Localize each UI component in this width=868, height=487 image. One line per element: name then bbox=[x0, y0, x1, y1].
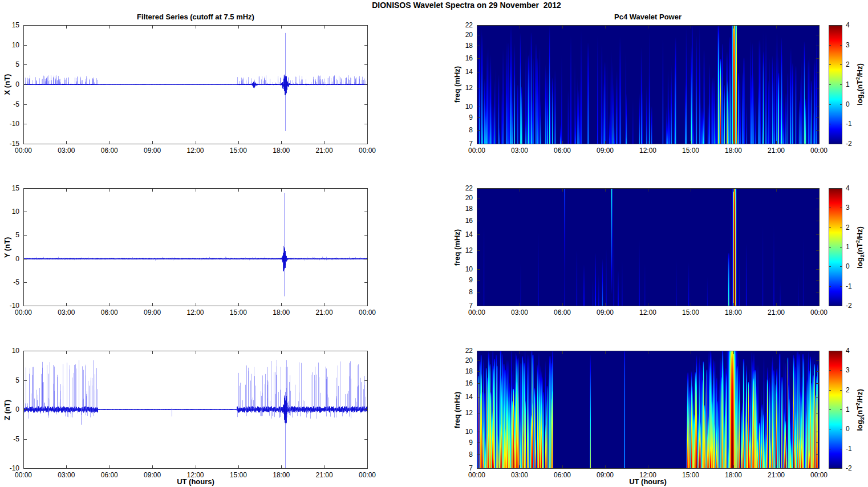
colorbar-tick-label: -2 bbox=[846, 140, 852, 148]
y-tick-label-panel5: 20 bbox=[465, 356, 473, 364]
x-tick-label-panel1: 21:00 bbox=[768, 147, 785, 155]
x-tick-label-panel1: 00:00 bbox=[810, 147, 828, 155]
colorbar-tick-label: 4 bbox=[846, 347, 850, 355]
x-tick-label-panel2: 15:00 bbox=[230, 309, 247, 316]
y-tick-label-panel5: 18 bbox=[465, 367, 473, 375]
y-tick-label-panel0: -5 bbox=[13, 100, 19, 108]
colorbar-y bbox=[829, 188, 842, 306]
colorbar-tick-label: 4 bbox=[846, 184, 850, 192]
x-tick-label-panel5: 00:00 bbox=[468, 471, 485, 479]
x-tick-label-panel4: 06:00 bbox=[101, 471, 118, 479]
x-tick-label-panel3: 00:00 bbox=[810, 309, 828, 316]
y-tick-label-panel3: 22 bbox=[465, 184, 473, 192]
colorbar-tick-label: 4 bbox=[846, 21, 850, 29]
colorbar-tick-label: -1 bbox=[846, 445, 852, 453]
x-tick-label-panel5: 15:00 bbox=[682, 471, 699, 479]
x-tick-label-panel2: 00:00 bbox=[359, 309, 376, 316]
x-tick-label-panel2: 09:00 bbox=[144, 309, 161, 316]
x-tick-label-panel3: 21:00 bbox=[768, 309, 785, 316]
colorbar-label-1: log2(nT2/Hz) bbox=[855, 63, 865, 105]
y-tick-label-panel5: 12 bbox=[465, 409, 473, 417]
freq-axis-label-2: freq (mHz) bbox=[453, 229, 461, 266]
y-tick-label-panel5: 16 bbox=[465, 379, 473, 387]
y-tick-label-panel0: 5 bbox=[15, 60, 19, 68]
x-series-plot-canvas bbox=[23, 25, 368, 144]
x-tick-label-panel1: 03:00 bbox=[511, 147, 528, 155]
y-tick-label-panel5: 9 bbox=[469, 439, 473, 447]
x-tick-label-panel3: 06:00 bbox=[554, 309, 571, 316]
x-tick-label-panel4: 03:00 bbox=[58, 471, 75, 479]
colorbar-tick-label: 3 bbox=[846, 204, 850, 212]
y-tick-label-panel2: 0 bbox=[15, 255, 19, 263]
y-tick-label-panel3: 12 bbox=[465, 246, 473, 254]
x-tick-label-panel1: 18:00 bbox=[725, 147, 742, 155]
colorbar-label-post: /Hz) bbox=[855, 226, 864, 240]
y-tick-label-panel0: 0 bbox=[15, 80, 19, 88]
colorbar-tick-label: 1 bbox=[846, 80, 850, 88]
colorbar-tick-label: -1 bbox=[846, 120, 852, 128]
x-tick-label-panel4: 15:00 bbox=[230, 471, 247, 479]
y-nt-axis-label: Y (nT) bbox=[3, 237, 11, 258]
pc4-y-heatmap-canvas bbox=[477, 188, 820, 306]
y-tick-label-panel1: 18 bbox=[465, 42, 473, 50]
filtered-series-title: Filtered Series (cutoff at 7.5 mHz) bbox=[137, 13, 254, 21]
y-tick-label-panel4: -10 bbox=[10, 464, 19, 472]
colorbar-label-sup: 2 bbox=[855, 240, 861, 243]
x-tick-label-panel1: 15:00 bbox=[682, 147, 699, 155]
y-tick-label-panel2: 10 bbox=[12, 208, 19, 216]
y-tick-label-panel3: 16 bbox=[465, 217, 473, 225]
x-tick-label-panel5: 21:00 bbox=[768, 471, 785, 479]
colorbar-label-mid: (nT bbox=[855, 80, 864, 91]
x-tick-label-panel1: 09:00 bbox=[597, 147, 614, 155]
x-tick-label-panel0: 12:00 bbox=[186, 147, 204, 155]
x-tick-label-panel4: 12:00 bbox=[186, 471, 204, 479]
colorbar-tick-label: 2 bbox=[846, 386, 850, 394]
figure-title: DIONISOS Wavelet Spectra on 29 November … bbox=[372, 1, 561, 10]
pc4-z-heatmap-canvas bbox=[477, 351, 820, 469]
x-tick-label-panel0: 03:00 bbox=[58, 147, 75, 155]
x-tick-label-panel4: 21:00 bbox=[316, 471, 333, 479]
y-tick-label-panel3: 9 bbox=[469, 276, 473, 284]
colorbar-label-post: /Hz) bbox=[855, 63, 864, 77]
y-tick-label-panel0: 15 bbox=[12, 21, 19, 29]
pc4-wavelet-power-title: Pc4 Wavelet Power bbox=[614, 13, 682, 21]
colorbar-label-sup: 2 bbox=[855, 77, 861, 80]
colorbar-tick-label: -1 bbox=[846, 282, 852, 290]
x-tick-label-panel3: 15:00 bbox=[682, 309, 699, 316]
figure: DIONISOS Wavelet Spectra on 29 November … bbox=[0, 0, 868, 487]
x-tick-label-panel3: 18:00 bbox=[725, 309, 742, 316]
y-tick-label-panel1: 14 bbox=[465, 68, 473, 76]
x-nt-axis-label: X (nT) bbox=[3, 74, 11, 95]
y-tick-label-panel4: -5 bbox=[13, 435, 19, 443]
y-tick-label-panel1: 12 bbox=[465, 84, 473, 92]
z-series-plot-canvas bbox=[23, 351, 368, 469]
freq-axis-label-1: freq (mHz) bbox=[453, 66, 461, 103]
colorbar-tick-label: 3 bbox=[846, 366, 850, 374]
colorbar-tick-label: -2 bbox=[846, 464, 852, 472]
x-tick-label-panel2: 21:00 bbox=[316, 309, 333, 316]
colorbar-tick-label: 0 bbox=[846, 425, 850, 433]
x-tick-label-panel4: 00:00 bbox=[359, 471, 376, 479]
x-tick-label-panel0: 15:00 bbox=[230, 147, 247, 155]
x-tick-label-panel4: 18:00 bbox=[273, 471, 290, 479]
y-tick-label-panel4: 10 bbox=[12, 347, 19, 355]
x-tick-label-panel3: 12:00 bbox=[639, 309, 656, 316]
y-tick-label-panel5: 8 bbox=[469, 451, 473, 458]
colorbar-tick-label: -2 bbox=[846, 302, 852, 310]
x-tick-label-panel1: 00:00 bbox=[468, 147, 485, 155]
colorbar-label-pre: log bbox=[855, 257, 864, 269]
freq-axis-label-3: freq (mHz) bbox=[453, 392, 461, 428]
x-tick-label-panel0: 00:00 bbox=[359, 147, 376, 155]
x-tick-label-panel4: 00:00 bbox=[15, 471, 32, 479]
x-tick-label-panel2: 00:00 bbox=[15, 309, 32, 316]
x-tick-label-panel0: 18:00 bbox=[273, 147, 290, 155]
y-series-plot-canvas bbox=[23, 188, 368, 306]
x-tick-label-panel1: 06:00 bbox=[554, 147, 571, 155]
y-tick-label-panel1: 8 bbox=[469, 126, 473, 134]
colorbar-tick-label: 3 bbox=[846, 41, 850, 49]
y-tick-label-panel1: 16 bbox=[465, 54, 473, 62]
x-tick-label-panel0: 09:00 bbox=[144, 147, 161, 155]
y-tick-label-panel0: -10 bbox=[10, 120, 19, 128]
y-tick-label-panel1: 22 bbox=[465, 21, 473, 29]
y-tick-label-panel5: 10 bbox=[465, 428, 473, 436]
